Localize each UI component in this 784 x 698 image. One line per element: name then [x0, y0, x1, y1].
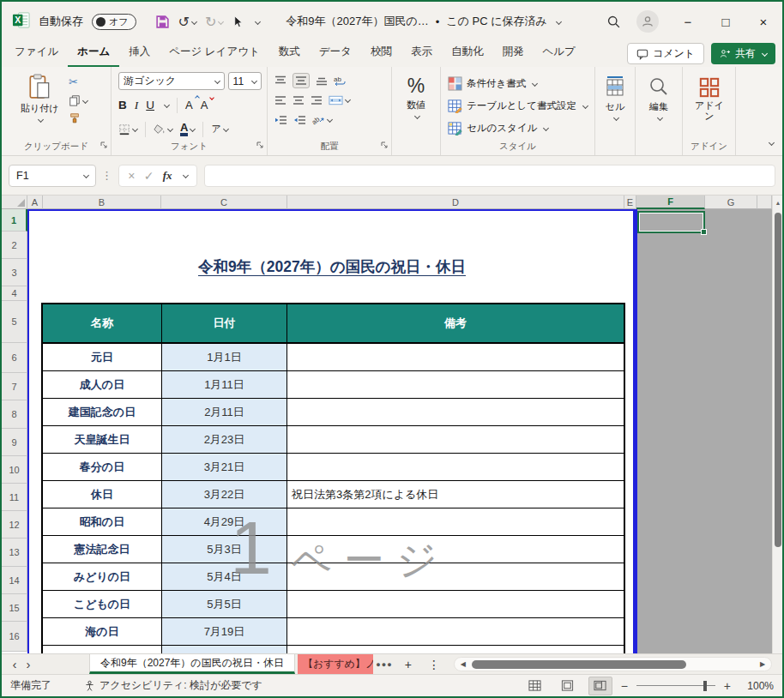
bold-button[interactable]: B [118, 99, 127, 111]
holiday-remark-cell[interactable] [287, 344, 624, 370]
row-header-9[interactable]: 9 [2, 429, 27, 456]
holiday-remark-cell[interactable] [287, 563, 624, 590]
ribbon-tab-8[interactable]: 自動化 [442, 39, 493, 67]
italic-button[interactable]: I [135, 99, 139, 112]
ribbon-tab-9[interactable]: 開発 [492, 39, 533, 67]
more-sheets-icon[interactable]: ●●● [373, 654, 395, 674]
font-size-select[interactable]: 11 [228, 72, 262, 90]
align-center-button[interactable] [292, 95, 305, 105]
account-avatar[interactable] [636, 10, 659, 33]
grow-font-button[interactable]: A [185, 99, 193, 111]
row-header-8[interactable]: 8 [2, 400, 27, 429]
vertical-scrollbar[interactable]: ▲ [772, 196, 782, 653]
font-color-button[interactable]: A [180, 123, 195, 136]
sheet-tabs-menu-icon[interactable]: ⋮ [421, 654, 447, 674]
number-format-button[interactable]: % 数値 [392, 75, 440, 118]
normal-view-button[interactable] [523, 677, 547, 695]
holiday-header-1[interactable]: 日付 [162, 304, 287, 342]
format-painter-button[interactable] [69, 112, 87, 124]
qat-customize-button[interactable] [250, 18, 263, 26]
share-button[interactable]: 共有 [711, 43, 775, 64]
ribbon-tab-0[interactable]: ファイル [5, 39, 68, 67]
row-header-1[interactable]: 1 [2, 209, 27, 232]
row-header-4[interactable]: 4 [2, 286, 27, 301]
holiday-header-0[interactable]: 名称 [43, 304, 162, 342]
selected-cell-F1[interactable] [637, 211, 705, 233]
holiday-name-cell[interactable]: 天皇誕生日 [43, 426, 162, 453]
underline-button[interactable]: U [146, 99, 154, 111]
row-header-14[interactable]: 14 [2, 567, 27, 594]
conditional-formatting-button[interactable]: 条件付き書式 [448, 72, 594, 94]
column-header-B[interactable]: B [43, 196, 161, 209]
holiday-name-cell[interactable]: 憲法記念日 [43, 536, 162, 563]
sheet-tab-recommended[interactable]: 【おすすめ】ノ [298, 654, 373, 674]
cut-button[interactable]: ✂ [69, 75, 87, 88]
scroll-left-arrow-icon[interactable]: ◀ [455, 660, 472, 668]
phonetic-button[interactable]: ア [211, 123, 227, 135]
row-header-16[interactable]: 16 [2, 622, 27, 652]
alignment-dialog-launcher-icon[interactable] [380, 140, 389, 152]
holiday-remark-cell[interactable] [287, 591, 624, 617]
row-header-7[interactable]: 7 [2, 373, 27, 400]
holiday-date-cell[interactable]: 3月22日 [162, 481, 287, 508]
holiday-date-cell[interactable]: 7月19日 [162, 618, 287, 645]
row-header-2[interactable]: 2 [2, 232, 27, 259]
shrink-font-button[interactable]: A [201, 99, 208, 111]
sheet-doc-title-cell[interactable]: 令和9年（2027年）の国民の祝日・休日 [27, 256, 636, 277]
ribbon-tab-2[interactable]: 挿入 [119, 39, 160, 67]
zoom-slider-handle[interactable] [703, 681, 707, 691]
holiday-remark-cell[interactable] [287, 399, 624, 425]
zoom-level[interactable]: 100% [739, 680, 774, 692]
fill-handle[interactable] [701, 229, 707, 235]
holiday-name-cell[interactable]: 昭和の日 [43, 508, 162, 535]
column-header-E[interactable]: E [624, 196, 636, 209]
holiday-name-cell[interactable]: 海の日 [43, 618, 162, 645]
decrease-indent-button[interactable] [274, 115, 287, 125]
page-break-preview-button[interactable] [588, 677, 612, 695]
search-icon[interactable] [600, 15, 626, 29]
row-header-11[interactable]: 11 [2, 484, 27, 511]
column-header-F[interactable]: F [636, 196, 705, 209]
sheet-tab-active[interactable]: 令和9年（2027年）の国民の祝日・休日 [89, 654, 295, 674]
zoom-slider[interactable] [636, 680, 715, 692]
holiday-date-cell[interactable]: 1月11日 [162, 371, 287, 398]
merge-center-button[interactable] [329, 95, 350, 105]
maximize-button[interactable]: □ [707, 2, 745, 41]
cells-button[interactable]: セル [595, 75, 635, 120]
holiday-date-cell[interactable]: 2月23日 [162, 426, 287, 453]
holiday-name-cell[interactable]: 春分の日 [43, 454, 162, 480]
column-header-A[interactable]: A [27, 196, 43, 209]
select-all-corner[interactable] [2, 196, 27, 209]
wrap-text-button[interactable]: ab [334, 75, 347, 86]
zoom-out-button[interactable]: − [621, 679, 628, 693]
holiday-remark-cell[interactable] [287, 371, 624, 398]
holiday-name-cell[interactable]: みどりの日 [43, 563, 162, 590]
holiday-date-cell[interactable]: 3月21日 [162, 454, 287, 480]
holiday-remark-cell[interactable] [287, 426, 624, 453]
row-header-6[interactable]: 6 [2, 343, 27, 373]
save-icon[interactable] [152, 13, 173, 31]
confirm-entry-icon[interactable]: ✓ [144, 169, 154, 183]
row-header-13[interactable]: 13 [2, 539, 27, 567]
scroll-right-arrow-icon[interactable]: ▶ [754, 660, 771, 668]
format-as-table-button[interactable]: テーブルとして書式設定 [448, 94, 594, 117]
holiday-remark-cell[interactable] [287, 618, 624, 645]
ribbon-tab-7[interactable]: 表示 [401, 39, 442, 67]
accessibility-status[interactable]: アクセシビリティ: 検討が必要です [84, 678, 262, 693]
holiday-name-cell[interactable] [43, 646, 162, 653]
holiday-date-cell[interactable]: 5月3日 [162, 536, 287, 563]
fill-color-button[interactable] [154, 123, 172, 135]
holiday-remark-cell[interactable] [287, 508, 624, 535]
copy-button[interactable] [69, 94, 87, 106]
holiday-remark-cell[interactable]: 祝日法第3条第2項による休日 [287, 481, 624, 508]
font-dialog-launcher-icon[interactable] [256, 140, 264, 152]
holiday-date-cell[interactable]: 2月11日 [162, 399, 287, 425]
formula-input[interactable] [204, 165, 775, 187]
holiday-remark-cell[interactable] [287, 646, 624, 653]
row-header-5[interactable]: 5 [2, 301, 27, 343]
saved-status[interactable]: この PC に保存済み [446, 14, 547, 29]
name-box[interactable]: F1 [9, 165, 96, 187]
align-bottom-button[interactable] [316, 75, 328, 86]
outside-print-area[interactable] [636, 209, 772, 653]
sheet-canvas[interactable]: 令和9年（2027年）の国民の祝日・休日 名称日付備考 元日1月1日成人の日1月… [27, 209, 772, 653]
